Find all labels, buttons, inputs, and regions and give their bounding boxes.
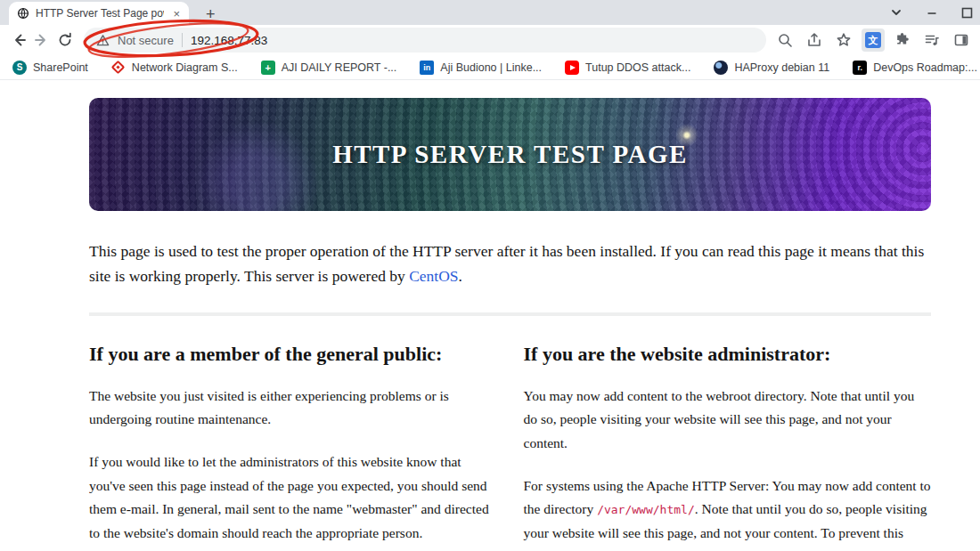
reload-button[interactable] bbox=[53, 28, 77, 52]
bookmark-haproxy[interactable]: HAProxy debian 11 bbox=[714, 61, 829, 75]
security-label[interactable]: Not secure bbox=[118, 34, 174, 47]
linkedin-icon: in bbox=[420, 61, 434, 75]
bookmark-daily-report[interactable]: + AJI DAILY REPORT -... bbox=[261, 61, 397, 75]
paragraph: If you would like to let the administrat… bbox=[89, 450, 497, 546]
toolbar-actions: 文 bbox=[773, 28, 975, 52]
globe-favicon-icon bbox=[17, 7, 29, 20]
bookmark-devops-roadmap[interactable]: r. DevOps Roadmap:... bbox=[853, 61, 977, 75]
paragraph: You may now add content to the webroot d… bbox=[524, 385, 932, 456]
tab-strip: HTTP Server Test Page powered × + bbox=[0, 0, 980, 25]
extensions-puzzle-icon[interactable] bbox=[891, 28, 914, 52]
forward-button[interactable] bbox=[30, 28, 53, 52]
intro-paragraph: This page is used to test the proper ope… bbox=[89, 239, 931, 289]
bookmarks-bar: S SharePoint Network Diagram S... + AJI … bbox=[0, 55, 980, 80]
address-bar[interactable]: Not secure 192.168.77.83 bbox=[84, 28, 766, 53]
window-controls bbox=[890, 0, 980, 25]
roadmap-icon: r. bbox=[853, 61, 867, 75]
tab-close-icon[interactable]: × bbox=[170, 7, 183, 20]
google-sheets-icon: + bbox=[261, 61, 275, 75]
side-panel-icon[interactable] bbox=[950, 28, 973, 52]
browser-tab[interactable]: HTTP Server Test Page powered × bbox=[9, 2, 189, 25]
bookmark-network-diagram[interactable]: Network Diagram S... bbox=[111, 61, 238, 75]
minimize-icon[interactable] bbox=[926, 6, 938, 19]
search-icon[interactable] bbox=[773, 28, 796, 52]
diagram-icon bbox=[111, 61, 126, 75]
back-button[interactable] bbox=[7, 28, 30, 52]
share-icon[interactable] bbox=[803, 28, 826, 52]
web-page-viewport: HTTP SERVER TEST PAGE This page is used … bbox=[0, 80, 980, 551]
test-page-banner: HTTP SERVER TEST PAGE bbox=[89, 98, 931, 211]
not-secure-warning-icon[interactable] bbox=[96, 34, 110, 47]
bookmark-youtube[interactable]: Tutup DDOS attack... bbox=[565, 61, 690, 75]
sharepoint-icon: S bbox=[12, 61, 27, 75]
page-title: HTTP SERVER TEST PAGE bbox=[89, 98, 931, 211]
general-public-column: If you are a member of the general publi… bbox=[89, 334, 497, 551]
administrator-heading: If you are the website administrator: bbox=[524, 343, 932, 366]
bookmark-sharepoint[interactable]: S SharePoint bbox=[12, 61, 88, 75]
general-public-heading: If you are a member of the general publi… bbox=[89, 343, 497, 366]
administrator-column: If you are the website administrator: Yo… bbox=[524, 334, 932, 551]
browser-toolbar: Not secure 192.168.77.83 文 bbox=[0, 25, 980, 55]
section-divider bbox=[89, 312, 931, 316]
paragraph: For systems using the Apache HTTP Server… bbox=[524, 474, 932, 551]
tab-title: HTTP Server Test Page powered bbox=[36, 7, 164, 20]
youtube-icon bbox=[565, 61, 579, 75]
translate-icon[interactable]: 文 bbox=[862, 28, 885, 52]
tab-search-chevron-icon[interactable] bbox=[890, 6, 902, 19]
media-queue-icon[interactable] bbox=[920, 28, 943, 52]
maximize-icon[interactable] bbox=[961, 7, 973, 19]
haproxy-icon bbox=[714, 61, 728, 75]
new-tab-button[interactable]: + bbox=[200, 6, 221, 22]
url-text[interactable]: 192.168.77.83 bbox=[191, 34, 267, 47]
omnibox-divider bbox=[182, 33, 183, 47]
centos-link[interactable]: CentOS bbox=[409, 267, 458, 285]
apache-webroot-path: /var/www/html/ bbox=[597, 503, 695, 516]
paragraph: The website you just visited is either e… bbox=[89, 385, 497, 432]
bookmark-linkedin[interactable]: in Aji Budiono | Linke... bbox=[420, 61, 542, 75]
bookmark-star-icon[interactable] bbox=[832, 28, 855, 52]
